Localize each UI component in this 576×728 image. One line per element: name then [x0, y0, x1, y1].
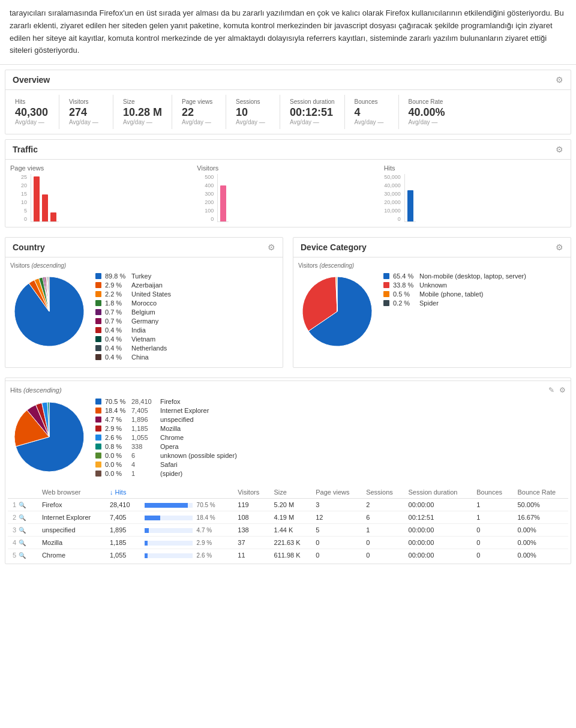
th-visitors: Visitors [233, 486, 269, 499]
overview-gear-icon[interactable]: ⚙ [556, 75, 563, 85]
edit-icon[interactable]: ✎ [548, 386, 554, 394]
stat-label: Visitors [69, 98, 103, 105]
browser-table: Web browser ↓ Hits Visitors Size Page vi… [8, 486, 568, 561]
legend-name: Azerbaijan [131, 281, 163, 289]
legend-pct: 0.4 % [105, 326, 128, 334]
stat-label: Bounces [355, 98, 389, 105]
legend-item: 0.0 % 1 (spider) [95, 470, 275, 477]
cell-bounce-rate: 16.67% [512, 511, 568, 524]
legend-dot [95, 444, 101, 450]
legend-item: 89.8 % Turkey [95, 272, 278, 280]
cell-hits: 1,185 [105, 537, 140, 549]
hits-pct: 2.6 % [197, 552, 212, 559]
progress-bar-fill [145, 528, 149, 533]
cell-rank: 5🔍 [8, 549, 37, 562]
search-icon[interactable]: 🔍 [19, 527, 26, 534]
chart-label: Hits [384, 164, 566, 172]
y-axis: 5004003002001000 [197, 174, 216, 222]
legend-pct: 65.4 % [393, 272, 416, 280]
stat-item: Visitors 274 Avg/day — [59, 95, 113, 129]
country-gear-icon[interactable]: ⚙ [268, 242, 275, 252]
cell-hits: 1,055 [105, 549, 140, 562]
legend-item: 4.7 % 1,896 unspecified [95, 416, 275, 423]
bar [407, 190, 413, 222]
stat-value: 10 [236, 106, 270, 119]
legend-item: 0.0 % 4 Safari [95, 461, 275, 468]
progress-bar-bg [145, 516, 193, 520]
legend-name: Belgium [131, 308, 155, 316]
hits-pct: 2.9 % [197, 540, 212, 546]
progress-bar-bg [145, 553, 193, 558]
stat-value: 40,300 [15, 106, 49, 119]
chart-label: Page views [10, 164, 192, 172]
legend-dot [383, 282, 389, 288]
legend-pct: 70.5 % [105, 398, 128, 405]
legend-item: 0.8 % 338 Opera [95, 443, 275, 450]
cell-browser: Chrome [37, 549, 105, 562]
search-icon[interactable]: 🔍 [19, 552, 26, 559]
legend-dot [95, 417, 101, 423]
country-visitors-label: Visitors (descending) [10, 262, 278, 269]
cell-size: 611.98 K [269, 549, 311, 562]
legend-name: Mozilla [160, 425, 181, 432]
stat-label: Bounce Rate [409, 98, 445, 105]
cell-duration: 00:00:00 [404, 549, 472, 562]
cell-visitors: 138 [233, 524, 269, 537]
settings-icon[interactable]: ⚙ [559, 386, 566, 394]
legend-count: 338 [131, 443, 157, 450]
legend-dot [95, 291, 101, 297]
stat-avg: Avg/day — [182, 119, 216, 125]
legend-dot [383, 291, 389, 297]
legend-count: 1,055 [131, 434, 157, 441]
intro-paragraph: tarayıcıları sıralamasında Firefox'un en… [0, 0, 576, 65]
cell-sessions: 1 [361, 524, 403, 537]
search-icon[interactable]: 🔍 [19, 514, 26, 521]
device-section: Device Category ⚙ Visitors (descending) … [293, 237, 571, 368]
overview-section: Overview ⚙ Hits 40,300 Avg/day — Visitor… [5, 70, 571, 134]
search-icon[interactable]: 🔍 [19, 540, 26, 546]
legend-count: 1 [131, 470, 157, 477]
browser-table-container: Web browser ↓ Hits Visitors Size Page vi… [5, 484, 571, 564]
cell-bar: 2.6 % [140, 549, 233, 562]
cell-sessions: 0 [361, 537, 403, 549]
legend-pct: 0.5 % [393, 290, 416, 298]
legend-item: 33.8 % Unknown [383, 281, 566, 289]
legend-dot [95, 300, 101, 306]
legend-pct: 0.4 % [105, 353, 128, 361]
device-header: Device Category ⚙ [293, 238, 571, 257]
legend-pct: 2.6 % [105, 434, 128, 441]
cell-bounces: 0 [472, 537, 512, 549]
stat-label: Page views [182, 98, 216, 105]
legend-pct: 2.9 % [105, 281, 128, 289]
legend-pct: 0.0 % [105, 452, 128, 459]
cell-duration: 00:00:00 [404, 537, 472, 549]
stat-avg: Avg/day — [123, 119, 162, 125]
overview-stats: Hits 40,300 Avg/day — Visitors 274 Avg/d… [5, 90, 571, 134]
legend-dot [95, 462, 101, 468]
traffic-gear-icon[interactable]: ⚙ [556, 145, 563, 154]
cell-bar: 70.5 % [140, 499, 233, 511]
cell-size: 221.63 K [269, 537, 311, 549]
legend-name: Netherlands [131, 344, 167, 352]
legend-name: Firefox [160, 398, 181, 405]
cell-browser: Internet Explorer [37, 511, 105, 524]
traffic-section: Traffic ⚙ Page views 2520151050 Visitors… [5, 139, 571, 227]
device-gear-icon[interactable]: ⚙ [556, 242, 563, 252]
cell-browser: unspecified [37, 524, 105, 537]
th-hits[interactable]: ↓ Hits [105, 486, 140, 499]
stat-label: Size [123, 98, 162, 105]
search-icon[interactable]: 🔍 [19, 502, 26, 508]
stat-label: Session duration [290, 98, 335, 105]
country-pie-container: 89.8 % Turkey 2.9 % Azerbaijan 2.2 % Uni… [10, 272, 278, 362]
overview-header: Overview ⚙ [5, 70, 571, 90]
cell-size: 5.20 M [269, 499, 311, 511]
cell-bar: 18.4 % [140, 511, 233, 524]
th-bounce-rate: Bounce Rate [512, 486, 568, 499]
legend-dot [95, 336, 101, 342]
bar-chart: 5004003002001000 [197, 174, 379, 222]
overview-title: Overview [13, 75, 50, 85]
device-title: Device Category [301, 242, 367, 252]
legend-item: 0.7 % Belgium [95, 308, 278, 316]
cell-duration: 00:12:51 [404, 511, 472, 524]
th-duration: Session duration [404, 486, 472, 499]
